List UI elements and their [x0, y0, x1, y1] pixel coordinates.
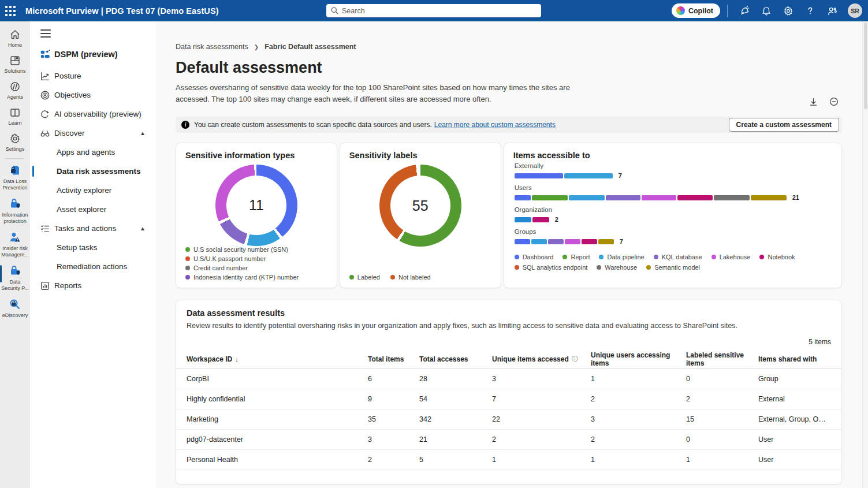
column-header-total-accesses[interactable]: Total accesses: [419, 355, 492, 363]
bar-segment[interactable]: [677, 195, 713, 200]
objectives-icon: [39, 90, 51, 101]
rail-item-ediscovery[interactable]: eDiscovery: [0, 295, 30, 322]
column-header-workspace-id[interactable]: Workspace ID↓: [187, 355, 368, 363]
bar-segment[interactable]: [606, 195, 640, 200]
notifications-icon[interactable]: [757, 1, 776, 21]
nav-item-remediation-actions[interactable]: Remediation actions: [30, 257, 156, 276]
chevron-up-icon[interactable]: ▲: [140, 130, 146, 136]
selected-indicator: [32, 166, 34, 177]
discover-icon: [39, 128, 51, 139]
bar-segment[interactable]: [548, 239, 564, 244]
bar-segment[interactable]: [515, 195, 531, 200]
announcement-icon[interactable]: [735, 1, 754, 21]
bar-segment[interactable]: [751, 195, 787, 200]
sensitivity-labels-card: Sensitivity labels 55 Labeled Not labele…: [340, 143, 501, 288]
rail-item-data-loss-prevention[interactable]: Data Loss Prevention: [0, 161, 30, 195]
rail-item-solutions[interactable]: Solutions: [0, 52, 30, 78]
table-row[interactable]: Personal Health25111User: [176, 450, 841, 470]
nav-item-apps-and-agents[interactable]: Apps and agents: [30, 143, 156, 162]
donut-center-value: 55: [379, 165, 461, 247]
column-header-unique-users[interactable]: Unique users accessing items: [591, 351, 686, 367]
nav-item-reports[interactable]: Reports: [30, 276, 156, 295]
bar-segment[interactable]: [642, 195, 676, 200]
bar-segment[interactable]: [714, 195, 750, 200]
bar-segment[interactable]: [564, 173, 613, 178]
data-security-icon: [9, 265, 21, 277]
column-header-unique-items-accessed[interactable]: Unique items accessedⓘ: [492, 355, 591, 363]
nav-item-discover[interactable]: Discover ▲: [30, 124, 156, 143]
bar-segment[interactable]: [598, 239, 614, 244]
column-header-items-shared-with[interactable]: Items shared with: [758, 355, 831, 363]
section-description: Review results to identify potential ove…: [176, 318, 841, 330]
rail-item-home[interactable]: Home: [0, 26, 30, 52]
nav-item-activity-explorer[interactable]: Activity explorer: [30, 181, 156, 200]
nav-item-ai-observability[interactable]: AI observability (preview): [30, 105, 156, 124]
nav-item-setup-tasks[interactable]: Setup tasks: [30, 238, 156, 257]
bar-segment[interactable]: [515, 173, 563, 178]
rail-item-learn[interactable]: Learn: [0, 104, 30, 130]
column-header-labeled-sensitive-items[interactable]: Labeled sensitive items: [686, 351, 758, 367]
search-box[interactable]: [326, 4, 541, 17]
table-row[interactable]: Marketing3534222315External, Group, Orga…: [176, 409, 841, 430]
info-icon: i: [181, 121, 189, 129]
download-icon[interactable]: [807, 95, 819, 108]
search-input[interactable]: [342, 7, 537, 15]
column-header-total-items[interactable]: Total items: [368, 355, 419, 363]
nav-item-objectives[interactable]: Objectives: [30, 85, 156, 105]
agents-icon: [9, 81, 21, 92]
nav-item-dspm[interactable]: DSPM (preview): [30, 43, 156, 65]
table-header: Workspace ID↓ Total items Total accesses…: [176, 349, 841, 369]
bar-total-value: 7: [619, 172, 622, 179]
hide-icon[interactable]: [828, 95, 840, 108]
feedback-icon[interactable]: [822, 1, 842, 21]
rail-item-insider-risk[interactable]: Insider risk Managem...: [0, 228, 30, 262]
learn-more-link[interactable]: Learn more about custom assessments: [434, 121, 556, 129]
breadcrumb: Data risk assessments ❯ Fabric Default a…: [176, 43, 842, 51]
legend-item: Labeled: [349, 274, 380, 281]
bar-segment[interactable]: [515, 239, 530, 244]
rail-item-information-protection[interactable]: Information protection: [0, 195, 30, 228]
avatar[interactable]: SR: [848, 3, 862, 18]
sensitive-information-types-card: Sensitive information types 11 U.S socia…: [176, 143, 337, 288]
dlp-icon: [9, 164, 21, 177]
settings-icon[interactable]: [778, 1, 798, 21]
copilot-button[interactable]: Copilot: [672, 3, 720, 18]
collapse-nav-icon[interactable]: [40, 29, 51, 38]
rail-item-agents[interactable]: Agents: [0, 78, 30, 104]
table-row[interactable]: CorpBI628310Group: [176, 369, 841, 389]
app-launcher-icon[interactable]: [0, 0, 21, 21]
bar-row: Groups7: [515, 228, 832, 245]
legend-item: Notebook: [759, 254, 795, 260]
bar-segment[interactable]: [565, 239, 580, 244]
chevron-up-icon[interactable]: ▲: [140, 225, 146, 232]
sort-descending-icon: ↓: [235, 356, 239, 363]
vertical-scrollbar[interactable]: [862, 21, 868, 488]
rail-item-settings[interactable]: Settings: [0, 130, 30, 156]
legend-dot: [185, 247, 190, 252]
rail-item-data-security[interactable]: Data Security P...: [0, 262, 30, 295]
chevron-right-icon: ❯: [254, 44, 259, 50]
info-icon[interactable]: ⓘ: [572, 355, 578, 363]
search-icon: [331, 7, 338, 14]
create-custom-assessment-button[interactable]: Create a custom assessment: [729, 118, 839, 132]
bar-segment[interactable]: [532, 217, 549, 222]
bar-segment[interactable]: [515, 217, 531, 222]
sensitive-information-types-donut[interactable]: 11: [215, 165, 297, 246]
sensitivity-labels-donut[interactable]: 55: [379, 165, 461, 247]
bar-segment[interactable]: [531, 239, 547, 244]
bar-segment[interactable]: [569, 195, 605, 200]
scrollbar-thumb[interactable]: [864, 23, 867, 109]
items-count: 5 items: [176, 330, 841, 346]
breadcrumb-root[interactable]: Data risk assessments: [176, 43, 248, 51]
nav-item-data-risk-assessments[interactable]: Data risk assessments: [30, 162, 156, 181]
bar-segment[interactable]: [532, 195, 568, 200]
nav-item-tasks-and-actions[interactable]: Tasks and actions ▲: [30, 219, 156, 238]
nav-item-posture[interactable]: Posture: [30, 66, 156, 85]
table-row[interactable]: pdg07-datacenter321220User: [176, 430, 841, 450]
table-row[interactable]: Highly confidential954722External: [176, 389, 841, 409]
bar-segment[interactable]: [582, 239, 597, 244]
bar-row: Users21: [515, 184, 832, 201]
help-icon[interactable]: [800, 1, 820, 21]
nav-item-asset-explorer[interactable]: Asset explorer: [30, 200, 156, 219]
legend-dot: [654, 255, 658, 259]
